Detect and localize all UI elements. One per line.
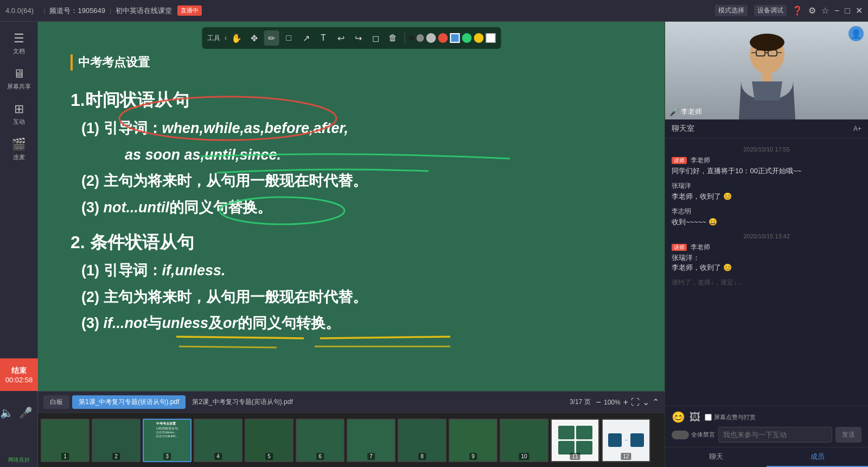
sidebar-label-interact: 互动 <box>13 118 25 126</box>
thumb-1[interactable]: 1 <box>41 419 90 462</box>
tab-pdf2[interactable]: 第2课_中考复习专题(宾语从句).pdf <box>186 395 299 409</box>
msg-row-5: 请约了，老师↓，请定↓... <box>672 278 861 287</box>
send-btn[interactable]: 发送 <box>835 427 861 443</box>
thumb-4[interactable]: 4 <box>194 419 242 462</box>
eraser-btn[interactable]: ◻ <box>368 30 383 46</box>
clear-btn[interactable]: 🗑 <box>385 30 400 46</box>
sender-name-2: 张瑞洋 <box>672 182 691 190</box>
chat-input-row: 全体禁言 发送 <box>672 427 861 443</box>
doc-icon: ☰ <box>14 31 24 46</box>
color-blue[interactable] <box>450 33 459 43</box>
minimize-icon[interactable]: − <box>834 6 839 16</box>
screen-share-check[interactable]: 屏幕点赞与打赏 <box>705 413 756 421</box>
camera-teacher-name: 🎤 李老师 <box>669 107 702 117</box>
thumb-11[interactable]: 11 <box>551 419 599 462</box>
tab-members[interactable]: 成员 <box>767 447 868 467</box>
thumb-num-1: 1 <box>61 453 69 460</box>
end-timer: 00:02:58 <box>5 376 33 384</box>
mute-all-label: 全体禁言 <box>691 431 715 439</box>
msg-row-4: 讲师 李老师 张瑞洋：李老师，收到了 😊 <box>672 243 861 273</box>
emoji-btn[interactable]: 😊 <box>672 411 685 424</box>
settings-icon[interactable]: ⚙ <box>808 5 816 16</box>
color-gray[interactable] <box>416 34 424 42</box>
close-icon[interactable]: ✕ <box>856 5 863 16</box>
thumb-2[interactable]: 2 <box>92 419 141 462</box>
page-info: 3/17 页 <box>570 397 591 407</box>
volume-icon[interactable]: 🔈 <box>0 406 14 419</box>
thumb-num-10: 10 <box>519 453 529 460</box>
fit-screen-btn[interactable]: ⛶ <box>631 397 640 407</box>
mode-select-btn[interactable]: 模式选择 <box>715 5 748 16</box>
section1-item3: (3) not...until的同义句替换。 <box>81 197 654 219</box>
color-white[interactable] <box>486 33 495 43</box>
zoom-in-btn[interactable]: + <box>623 397 628 407</box>
tab-pdf1[interactable]: 第1课_中考复习专题(状语从句).pdf <box>72 395 186 409</box>
arrow-up-btn[interactable]: ⌃ <box>652 397 659 407</box>
device-adjust-btn[interactable]: 设备调试 <box>754 5 787 16</box>
mic-icon[interactable]: 🎤 <box>19 406 33 419</box>
svg-point-15 <box>750 34 784 51</box>
speaker-badge-4: 讲师 <box>672 244 687 251</box>
app-version: 4.0.0(64) <box>5 7 34 15</box>
thumb-12[interactable]: → 12 <box>602 419 650 462</box>
tab-chat[interactable]: 聊天 <box>665 447 767 467</box>
toolbar-separator <box>404 33 405 43</box>
thumb-10[interactable]: 10 <box>500 419 548 462</box>
connect-icon: 🎬 <box>11 137 26 152</box>
redo-btn[interactable]: ↪ <box>350 30 366 46</box>
chat-header: 聊天室 A+ <box>665 119 868 138</box>
rect-tool-btn[interactable]: □ <box>281 30 296 46</box>
thumb-num-8: 8 <box>418 453 426 460</box>
sidebar-item-connect[interactable]: 🎬 连麦 <box>3 133 35 166</box>
msg-text-1: 同学们好，直播将于10：00正式开始哦~~ <box>672 166 861 176</box>
color-green[interactable] <box>462 33 471 43</box>
color-lightgray[interactable] <box>426 33 436 43</box>
whiteboard[interactable]: 工具 ‹ ✋ ✥ ✏ □ ↗ T ↩ ↪ ◻ 🗑 中考考点设置 <box>38 22 665 391</box>
chat-messages[interactable]: 2020/10/10 17:55 讲师 李老师 同学们好，直播将于10：00正式… <box>665 138 868 406</box>
star-icon[interactable]: ☆ <box>821 5 829 16</box>
end-session-btn[interactable]: 结束 00:02:58 <box>0 358 38 391</box>
zoom-out-btn[interactable]: − <box>596 397 601 407</box>
right-panel: 🎤 李老师 👤 聊天室 A+ 2020/10/10 17:55 讲师 李老师 同… <box>665 22 868 467</box>
sidebar-item-interact[interactable]: ⊞ 互动 <box>3 98 35 130</box>
pen-tool-btn[interactable]: ✏ <box>264 30 279 46</box>
thumb-8[interactable]: 8 <box>398 419 446 462</box>
arrow-tool-btn[interactable]: ↗ <box>298 30 314 46</box>
mute-all-switch[interactable] <box>672 431 689 439</box>
chat-input[interactable] <box>718 427 832 443</box>
msg-text-2: 李老师，收到了 😊 <box>672 192 861 201</box>
maximize-icon[interactable]: □ <box>845 6 850 16</box>
move-tool-btn[interactable]: ✥ <box>246 30 261 46</box>
thumbnails-bar: 1 2 中考考点设置 1.时间状语从句 (1)引导词when... (2)主句为… <box>38 413 665 467</box>
color-red[interactable] <box>438 33 448 43</box>
thumb-num-12: 12 <box>621 453 631 460</box>
thumb-9[interactable]: 9 <box>449 419 497 462</box>
color-black[interactable] <box>409 35 414 41</box>
section1-item2: (2) 主句为将来时，从句用一般现在时代替。 <box>81 170 654 192</box>
section2-heading: 2. 条件状语从句 <box>71 229 654 255</box>
image-btn[interactable]: 🖼 <box>690 411 700 424</box>
screen-share-checkbox[interactable] <box>705 414 712 421</box>
whiteboard-tab[interactable]: 白板 <box>43 395 69 409</box>
arrow-down-btn[interactable]: ⌄ <box>642 397 649 407</box>
text-tool-btn[interactable]: T <box>316 30 331 46</box>
color-yellow[interactable] <box>474 33 483 43</box>
toolbar-label: 工具 <box>207 34 220 43</box>
hand-tool-btn[interactable]: ✋ <box>229 30 244 46</box>
topbar: 4.0.0(64) | 频道号： 1905649 | 初中英语在线课堂 直播中 … <box>0 0 868 22</box>
sidebar-item-doc[interactable]: ☰ 文档 <box>3 27 35 60</box>
thumb-7[interactable]: 7 <box>347 419 395 462</box>
teacher-name-label: 李老师 <box>681 107 702 117</box>
sidebar-item-screen[interactable]: 🖥 屏幕共享 <box>3 62 35 95</box>
camera-feed <box>665 22 868 119</box>
zoom-level: 100% <box>604 399 621 406</box>
undo-btn[interactable]: ↩ <box>333 30 348 46</box>
thumb-3[interactable]: 中考考点设置 1.时间状语从句 (1)引导词when... (2)主句为将来时.… <box>143 419 192 462</box>
zoom-controls: − 100% + <box>596 397 628 407</box>
msg-row-3: 李志明 收到~~~~~ 😄 <box>672 207 861 227</box>
help-icon[interactable]: ❓ <box>792 5 803 16</box>
thumb-6[interactable]: 6 <box>296 419 344 462</box>
font-size-btn[interactable]: A+ <box>853 125 861 132</box>
sidebar-label-doc: 文档 <box>13 47 25 55</box>
thumb-5[interactable]: 5 <box>245 419 293 462</box>
